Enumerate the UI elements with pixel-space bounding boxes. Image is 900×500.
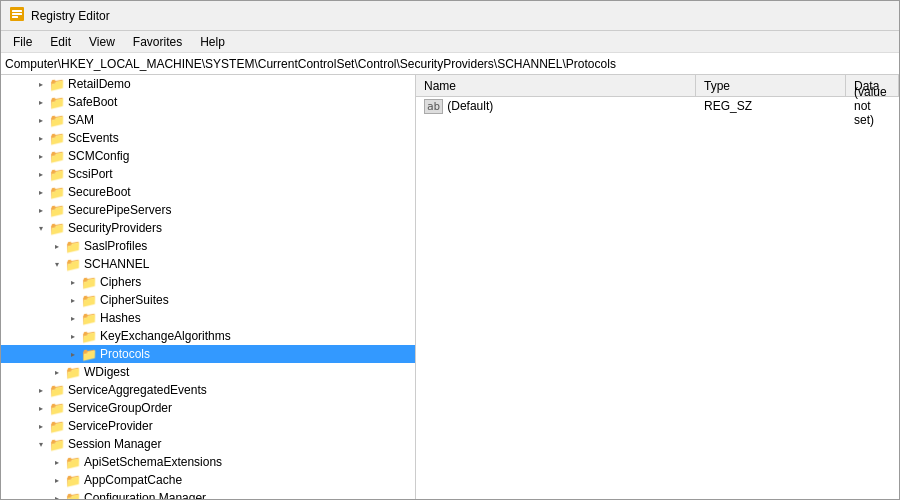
tree-item[interactable]: ▸📁SecurePipeServers — [1, 201, 415, 219]
tree-item-label: ScEvents — [68, 131, 119, 145]
expand-arrow-icon[interactable]: ▸ — [33, 400, 49, 416]
expand-arrow-icon[interactable]: ▸ — [33, 418, 49, 434]
tree-item-label: SAM — [68, 113, 94, 127]
expand-arrow-icon[interactable]: ▸ — [33, 94, 49, 110]
menu-help[interactable]: Help — [192, 33, 233, 51]
tree-item[interactable]: ▸📁ServiceGroupOrder — [1, 399, 415, 417]
tree-item-label: SCMConfig — [68, 149, 129, 163]
tree-item-label: ServiceGroupOrder — [68, 401, 172, 415]
tree-item-label: Session Manager — [68, 437, 161, 451]
tree-item[interactable]: ▸📁KeyExchangeAlgorithms — [1, 327, 415, 345]
tree-item[interactable]: ▸📁RetailDemo — [1, 75, 415, 93]
tree-item-label: AppCompatCache — [84, 473, 182, 487]
expand-arrow-icon[interactable]: ▸ — [33, 166, 49, 182]
tree-item[interactable]: ▸📁ServiceAggregatedEvents — [1, 381, 415, 399]
folder-icon: 📁 — [81, 347, 97, 362]
folder-icon: 📁 — [49, 77, 65, 92]
folder-icon: 📁 — [81, 329, 97, 344]
tree-item[interactable]: ▸📁ScEvents — [1, 129, 415, 147]
svg-rect-2 — [12, 13, 22, 15]
expand-arrow-icon[interactable]: ▸ — [33, 112, 49, 128]
folder-icon: 📁 — [49, 95, 65, 110]
tree-item[interactable]: ▸📁AppCompatCache — [1, 471, 415, 489]
tree-item[interactable]: ▸📁SaslProfiles — [1, 237, 415, 255]
tree-item[interactable]: ▾📁SCHANNEL — [1, 255, 415, 273]
tree-item[interactable]: ▸📁ScsiPort — [1, 165, 415, 183]
expand-arrow-icon[interactable]: ▾ — [33, 436, 49, 452]
tree-item[interactable]: ▸📁SCMConfig — [1, 147, 415, 165]
expand-arrow-icon[interactable]: ▸ — [65, 292, 81, 308]
folder-icon: 📁 — [81, 311, 97, 326]
expand-arrow-icon[interactable]: ▸ — [33, 148, 49, 164]
title-bar: Registry Editor — [1, 1, 899, 31]
tree-item-label: SecurePipeServers — [68, 203, 171, 217]
expand-arrow-icon[interactable]: ▸ — [65, 346, 81, 362]
data-rows-container: ab(Default)REG_SZ(value not set) — [416, 97, 899, 115]
folder-icon: 📁 — [49, 221, 65, 236]
column-headers: Name Type Data — [416, 75, 899, 97]
menu-edit[interactable]: Edit — [42, 33, 79, 51]
folder-icon: 📁 — [49, 131, 65, 146]
expand-arrow-icon[interactable]: ▸ — [33, 130, 49, 146]
tree-item-label: SaslProfiles — [84, 239, 147, 253]
expand-arrow-icon[interactable]: ▾ — [49, 256, 65, 272]
expand-arrow-icon[interactable]: ▸ — [49, 238, 65, 254]
expand-arrow-icon[interactable]: ▸ — [49, 454, 65, 470]
tree-item[interactable]: ▸📁SecureBoot — [1, 183, 415, 201]
svg-rect-1 — [12, 10, 22, 12]
tree-item-label: SCHANNEL — [84, 257, 149, 271]
tree-item-label: Ciphers — [100, 275, 141, 289]
expand-arrow-icon[interactable]: ▸ — [65, 274, 81, 290]
tree-item[interactable]: ▸📁ApiSetSchemaExtensions — [1, 453, 415, 471]
tree-item-label: WDigest — [84, 365, 129, 379]
folder-icon: 📁 — [65, 491, 81, 501]
menu-view[interactable]: View — [81, 33, 123, 51]
tree-item-label: ServiceProvider — [68, 419, 153, 433]
col-header-name: Name — [416, 75, 696, 96]
row-value-cell: (value not set) — [846, 97, 899, 115]
folder-icon: 📁 — [49, 419, 65, 434]
folder-icon: 📁 — [65, 239, 81, 254]
tree-item-label: ServiceAggregatedEvents — [68, 383, 207, 397]
tree-item[interactable]: ▸📁SAM — [1, 111, 415, 129]
expand-arrow-icon[interactable]: ▸ — [49, 490, 65, 500]
expand-arrow-icon[interactable]: ▸ — [65, 328, 81, 344]
tree-item-label: RetailDemo — [68, 77, 131, 91]
expand-arrow-icon[interactable]: ▸ — [33, 76, 49, 92]
expand-arrow-icon[interactable]: ▸ — [49, 364, 65, 380]
folder-icon: 📁 — [49, 437, 65, 452]
tree-item[interactable]: ▾📁Session Manager — [1, 435, 415, 453]
tree-item[interactable]: ▸📁ServiceProvider — [1, 417, 415, 435]
expand-arrow-icon[interactable]: ▸ — [33, 202, 49, 218]
regedit-icon — [9, 6, 25, 25]
tree-item[interactable]: ▸📁Hashes — [1, 309, 415, 327]
folder-icon: 📁 — [81, 293, 97, 308]
row-name-cell: ab(Default) — [416, 97, 696, 115]
tree-item[interactable]: ▸📁Ciphers — [1, 273, 415, 291]
tree-item[interactable]: ▸📁WDigest — [1, 363, 415, 381]
tree-item[interactable]: ▸📁CipherSuites — [1, 291, 415, 309]
tree-item[interactable]: ▸📁Protocols — [1, 345, 415, 363]
expand-arrow-icon[interactable]: ▸ — [49, 472, 65, 488]
expand-arrow-icon[interactable]: ▸ — [65, 310, 81, 326]
menu-favorites[interactable]: Favorites — [125, 33, 190, 51]
expand-arrow-icon[interactable]: ▸ — [33, 184, 49, 200]
default-value-icon: ab — [424, 99, 443, 114]
tree-item[interactable]: ▾📁SecurityProviders — [1, 219, 415, 237]
expand-arrow-icon[interactable]: ▸ — [33, 382, 49, 398]
tree-item-label: SecurityProviders — [68, 221, 162, 235]
tree-item-label: Hashes — [100, 311, 141, 325]
folder-icon: 📁 — [49, 401, 65, 416]
folder-icon: 📁 — [65, 257, 81, 272]
tree-item-label: Configuration Manager — [84, 491, 206, 500]
tree-item[interactable]: ▸📁Configuration Manager — [1, 489, 415, 500]
tree-panel[interactable]: ▸📁RetailDemo▸📁SafeBoot▸📁SAM▸📁ScEvents▸📁S… — [1, 75, 416, 500]
right-panel: Name Type Data ab(Default)REG_SZ(value n… — [416, 75, 899, 500]
menu-file[interactable]: File — [5, 33, 40, 51]
table-row[interactable]: ab(Default)REG_SZ(value not set) — [416, 97, 899, 115]
address-bar: Computer\HKEY_LOCAL_MACHINE\SYSTEM\Curre… — [1, 53, 899, 75]
expand-arrow-icon[interactable]: ▾ — [33, 220, 49, 236]
folder-icon: 📁 — [49, 383, 65, 398]
menu-bar: File Edit View Favorites Help — [1, 31, 899, 53]
tree-item[interactable]: ▸📁SafeBoot — [1, 93, 415, 111]
